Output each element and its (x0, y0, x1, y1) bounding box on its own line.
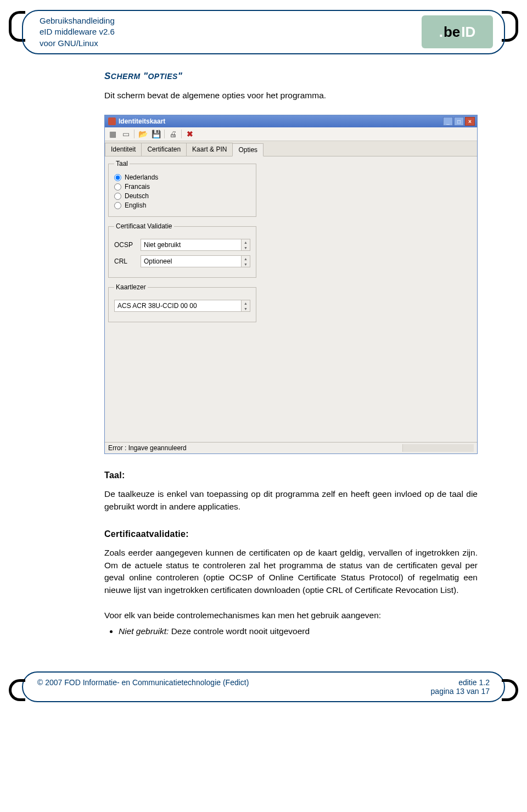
ocsp-spinner[interactable]: ▲▼ (242, 239, 250, 251)
radio-label-deutsch: Deutsch (125, 192, 149, 200)
window-minimize-button[interactable]: _ (443, 117, 453, 126)
certval-group: Certificaat Validatie OCSP Niet gebruikt… (108, 222, 256, 278)
footer-edition: editie 1.2 (431, 678, 490, 687)
print-icon[interactable]: 🖨 (168, 129, 178, 139)
toolbar-icon-1[interactable]: ▦ (108, 129, 117, 139)
toolbar-sep-1 (134, 130, 134, 138)
app-body: Taal Nederlands Francais Deutsch English… (105, 156, 477, 442)
st-opties: OPTIES (148, 72, 177, 81)
certval-legend: Certificaat Validatie (114, 222, 174, 230)
statusbar-grip (402, 444, 474, 452)
st-q1: " (141, 71, 148, 81)
header-line3: voor GNU/Linux (40, 38, 115, 49)
cert-paragraph-1: Zoals eerder aangegeven kunnen de certif… (104, 547, 478, 596)
section-title: SCHERM "OPTIES" (104, 71, 478, 82)
radio-label-nederlands: Nederlands (125, 173, 158, 181)
st-cherm: CHERM (111, 72, 141, 81)
taal-paragraph: De taalkeuze is enkel van toepassing op … (104, 488, 478, 513)
radio-english[interactable] (114, 202, 121, 209)
footer-box: © 2007 FOD Informatie- en Communicatiete… (22, 671, 505, 702)
taal-group: Taal Nederlands Francais Deutsch English (108, 160, 256, 217)
header-line2: eID middleware v2.6 (40, 26, 115, 37)
tab-certificaten[interactable]: Certificaten (141, 143, 187, 156)
ocsp-select[interactable]: Niet gebruikt (141, 239, 242, 251)
header-box: Gebruikshandleiding eID middleware v2.6 … (22, 10, 505, 54)
intro-paragraph: Dit scherm bevat de algemene opties voor… (104, 89, 478, 102)
options-bullet-list: Niet gebruikt: Deze controle wordt nooit… (119, 626, 478, 636)
header-text: Gebruikshandleiding eID middleware v2.6 … (40, 15, 115, 49)
bullet-niet-gebruikt: Niet gebruikt: Deze controle wordt nooit… (119, 626, 478, 636)
taal-heading: Taal: (104, 471, 478, 480)
save-icon[interactable]: 💾 (151, 129, 161, 139)
app-window: Identiteitskaart _ □ × ▦ ▭ 📂 💾 🖨 ✖ Ident… (104, 115, 478, 454)
taal-legend: Taal (114, 160, 130, 167)
header-line1: Gebruikshandleiding (40, 15, 115, 26)
toolbar-icon-2[interactable]: ▭ (121, 129, 131, 139)
st-s: S (104, 71, 111, 81)
radio-label-english: English (125, 201, 146, 209)
open-icon[interactable]: 📂 (138, 129, 148, 139)
footer-left: © 2007 FOD Informatie- en Communicatiete… (37, 678, 249, 696)
tab-identiteit[interactable]: Identiteit (105, 143, 142, 156)
statusbar: Error : Ingave geannuleerd (105, 442, 477, 453)
delete-icon[interactable]: ✖ (185, 129, 195, 139)
logo-be: be (444, 24, 460, 41)
cert-heading: Certificaatvalidatie: (104, 529, 478, 539)
ocsp-label: OCSP (114, 241, 136, 249)
radio-francais[interactable] (114, 183, 121, 191)
footer-page: pagina 13 van 17 (431, 687, 490, 696)
window-maximize-button[interactable]: □ (454, 117, 464, 126)
page-corner-bottom-left (9, 679, 25, 701)
logo-id: ID (461, 24, 475, 41)
st-q2: " (178, 71, 183, 81)
radio-label-francais: Francais (125, 183, 150, 191)
bullet-rest: Deze controle wordt nooit uitgevoerd (169, 626, 310, 636)
radio-deutsch[interactable] (114, 193, 121, 200)
toolbar-sep-3 (181, 130, 182, 138)
titlebar: Identiteitskaart _ □ × (105, 115, 477, 127)
crl-select[interactable]: Optioneel (141, 255, 242, 267)
window-close-button[interactable]: × (465, 117, 475, 126)
page-corner-bottom-right (502, 679, 518, 701)
app-icon (108, 117, 116, 125)
kaartlezer-legend: Kaartlezer (114, 283, 148, 291)
window-title: Identiteitskaart (119, 117, 165, 125)
reader-spinner[interactable]: ▲▼ (242, 300, 250, 312)
logo-dot: . (439, 24, 443, 41)
tab-kaart-pin[interactable]: Kaart & PIN (186, 143, 233, 156)
reader-select[interactable]: ACS ACR 38U-CCID 00 00 (114, 300, 242, 312)
toolbar-sep-2 (164, 130, 165, 138)
bullet-em: Niet gebruikt: (119, 626, 169, 636)
tabs-row: Identiteit Certificaten Kaart & PIN Opti… (105, 141, 477, 156)
radio-nederlands[interactable] (114, 174, 121, 181)
tab-opties[interactable]: Opties (232, 143, 264, 156)
beid-logo: .beID (422, 15, 493, 48)
toolbar: ▦ ▭ 📂 💾 🖨 ✖ (105, 127, 477, 141)
statusbar-text: Error : Ingave geannuleerd (108, 444, 187, 452)
crl-spinner[interactable]: ▲▼ (242, 255, 250, 267)
cert-paragraph-2: Voor elk van beide controlemechanismes k… (104, 609, 478, 621)
kaartlezer-group: Kaartlezer ACS ACR 38U-CCID 00 00 ▲▼ (108, 283, 256, 322)
crl-label: CRL (114, 257, 136, 265)
